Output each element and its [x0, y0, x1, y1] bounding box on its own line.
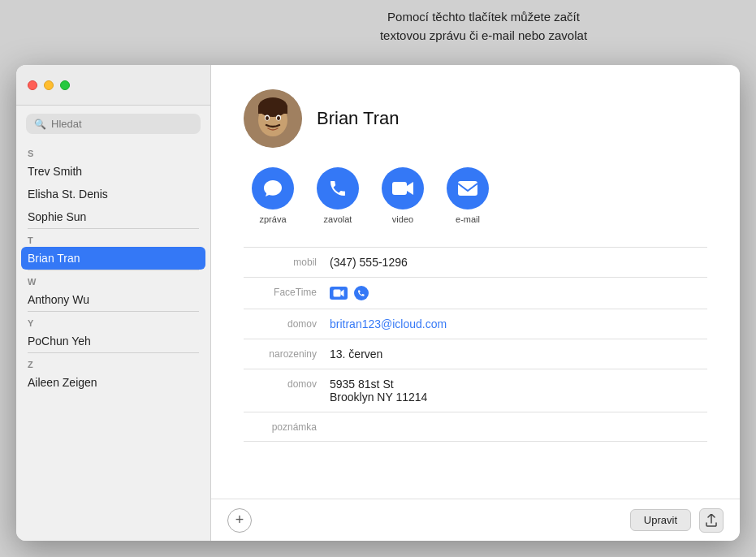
- call-icon-circle: [317, 167, 359, 209]
- field-row-address: domov 5935 81st St Brooklyn NY 11214: [244, 369, 707, 412]
- section-header-z: Z: [16, 353, 210, 371]
- svg-point-7: [277, 116, 280, 120]
- email-label: e-mail: [456, 214, 480, 224]
- toolbar-right: Upravit: [630, 508, 724, 533]
- search-icon: 🔍: [34, 119, 46, 130]
- contact-item-anthony[interactable]: Anthony Wu: [16, 288, 210, 311]
- message-label: zpráva: [259, 214, 286, 224]
- email-icon-circle: [447, 167, 489, 209]
- sidebar: 🔍 S Trev Smith Elisha St. Denis Sophie S…: [16, 65, 211, 541]
- contact-full-name: Brian Tran: [317, 108, 400, 129]
- contact-item-trev-smith[interactable]: Trev Smith: [16, 160, 210, 183]
- titlebar: [16, 65, 210, 106]
- address-line-1: 5935 81st St: [330, 378, 707, 391]
- contact-item-sophie[interactable]: Sophie Sun: [16, 205, 210, 228]
- video-button[interactable]: video: [382, 167, 424, 224]
- fields-section: mobil (347) 555-1296 FaceTime: [244, 247, 707, 442]
- svg-rect-3: [258, 106, 287, 114]
- email-button[interactable]: e-mail: [447, 167, 489, 224]
- minimize-button[interactable]: [44, 80, 54, 90]
- field-row-birthday: narozeniny 13. červen: [244, 339, 707, 369]
- maximize-button[interactable]: [60, 80, 70, 90]
- field-label-email: domov: [244, 317, 317, 330]
- edit-button[interactable]: Upravit: [630, 509, 691, 531]
- message-button[interactable]: zpráva: [252, 167, 294, 224]
- field-value-email[interactable]: britran123@icloud.com: [330, 317, 707, 330]
- section-header-w: W: [16, 270, 210, 288]
- field-row-facetime: FaceTime: [244, 278, 707, 309]
- field-row-mobile: mobil (347) 555-1296: [244, 248, 707, 278]
- facetime-video-icon[interactable]: [330, 287, 348, 300]
- section-header-y: Y: [16, 312, 210, 330]
- action-buttons: zpráva zavolat: [244, 167, 707, 224]
- video-label: video: [392, 214, 413, 224]
- section-header-t: T: [16, 229, 210, 247]
- toolbar-left: +: [227, 508, 252, 533]
- svg-rect-10: [334, 290, 341, 297]
- search-input[interactable]: [51, 118, 192, 130]
- callout-text: Pomocí těchto tlačítek můžete začít text…: [227, 8, 740, 45]
- field-row-note: poznámka: [244, 412, 707, 442]
- detail-content: Brian Tran zpráva: [211, 65, 740, 499]
- search-bar: 🔍: [26, 114, 201, 134]
- contact-list: S Trev Smith Elisha St. Denis Sophie Sun…: [16, 142, 210, 541]
- close-button[interactable]: [28, 80, 37, 90]
- contact-item-pochun[interactable]: PoChun Yeh: [16, 330, 210, 352]
- field-value-address[interactable]: 5935 81st St Brooklyn NY 11214: [330, 378, 707, 404]
- field-row-email: domov britran123@icloud.com: [244, 309, 707, 339]
- add-contact-button[interactable]: +: [227, 508, 252, 533]
- facetime-phone-icon[interactable]: [354, 286, 369, 300]
- svg-point-6: [266, 116, 269, 120]
- field-label-note: poznámka: [244, 421, 317, 433]
- video-icon-circle: [382, 167, 424, 209]
- message-icon-circle: [252, 167, 294, 209]
- contact-item-aileen[interactable]: Aileen Zeigen: [16, 371, 210, 394]
- svg-rect-9: [458, 181, 477, 196]
- field-label-address: domov: [244, 378, 317, 390]
- bottom-toolbar: + Upravit: [211, 499, 740, 541]
- contact-item-brian[interactable]: Brian Tran: [21, 247, 205, 270]
- field-value-mobile[interactable]: (347) 555-1296: [330, 256, 707, 269]
- field-label-mobile: mobil: [244, 256, 317, 268]
- avatar: [244, 89, 302, 148]
- call-label: zavolat: [324, 214, 352, 224]
- field-label-facetime: FaceTime: [244, 286, 317, 298]
- contact-header: Brian Tran: [244, 89, 707, 148]
- call-button[interactable]: zavolat: [317, 167, 359, 224]
- detail-panel: Brian Tran zpráva: [211, 65, 740, 541]
- contacts-window: 🔍 S Trev Smith Elisha St. Denis Sophie S…: [16, 65, 740, 541]
- svg-rect-8: [392, 182, 407, 195]
- section-header-s: S: [16, 142, 210, 160]
- field-label-birthday: narozeniny: [244, 348, 317, 360]
- contact-item-elisha[interactable]: Elisha St. Denis: [16, 183, 210, 205]
- address-line-2: Brooklyn NY 11214: [330, 391, 707, 404]
- share-button[interactable]: [699, 508, 724, 533]
- field-value-birthday: 13. červen: [330, 348, 707, 361]
- facetime-icons: [330, 286, 707, 300]
